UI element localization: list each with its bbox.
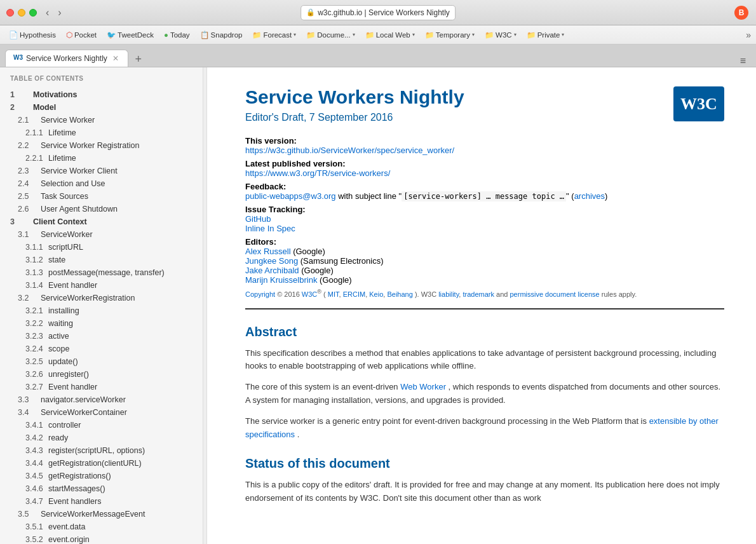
active-tab[interactable]: W3 Service Workers Nightly ✕ — [5, 50, 128, 67]
address-bar[interactable]: 🔒 w3c.github.io | Service Workers Nightl… — [300, 5, 456, 20]
toc-item-3-2-7[interactable]: 3.2.7 Event handler — [0, 381, 203, 393]
toc-text: register(scriptURL, options) — [48, 446, 192, 455]
toc-item-3-1-2[interactable]: 3.1.2 state — [0, 254, 203, 266]
toc-item-3-4-6[interactable]: 3.4.6 startMessages() — [0, 482, 203, 495]
liability-link[interactable]: liability — [438, 290, 459, 298]
toc-item-3-3[interactable]: 3.3 navigator.serviceWorker — [0, 393, 203, 406]
editor-jake-org: (Google) — [301, 266, 334, 275]
toc-item-3-1-3[interactable]: 3.1.3 postMessage(message, transfer) — [0, 266, 203, 279]
toc-item-3-4-5[interactable]: 3.4.5 getRegistrations() — [0, 470, 203, 482]
toc-item-3-2-4[interactable]: 3.2.4 scope — [0, 343, 203, 355]
bookmark-hypothesis[interactable]: 📄 Hypothesis — [5, 29, 60, 41]
editor-marijn-link[interactable]: Marijn Kruisselbrink — [245, 275, 317, 285]
copyright-link[interactable]: Copyright — [245, 290, 275, 298]
brave-icon: B — [734, 6, 748, 20]
maximize-button[interactable] — [29, 9, 37, 17]
issue-tracking-label: Issue Tracking: — [245, 205, 306, 214]
toc-item-3[interactable]: 3 Client Context — [0, 215, 203, 228]
toc-item-3-2-1[interactable]: 3.2.1 installing — [0, 304, 203, 317]
keio-link[interactable]: Keio — [369, 290, 383, 298]
toc-item-3-4-7[interactable]: 3.4.7 Event handlers — [0, 495, 203, 508]
feedback-label: Feedback: — [245, 182, 286, 191]
bookmark-today[interactable]: ● Today — [160, 30, 194, 40]
toc-number: 3.2.3 — [25, 332, 43, 341]
toc-text: active — [48, 332, 192, 341]
this-version-section: This version: https://w3c.github.io/Serv… — [245, 136, 724, 155]
toc-item-3-1-4[interactable]: 3.1.4 Event handler — [0, 279, 203, 292]
toc-item-3-2-2[interactable]: 3.2.2 waiting — [0, 317, 203, 330]
toc-item-2-2[interactable]: 2.2 Service Worker Registration — [0, 139, 203, 152]
inline-spec-link[interactable]: Inline In Spec — [245, 224, 295, 233]
toc-item-3-2[interactable]: 3.2 ServiceWorkerRegistration — [0, 292, 203, 304]
bookmark-temporary[interactable]: 📁 Temporary ▾ — [421, 29, 478, 41]
editor-alex-link[interactable]: Alex Russell — [245, 247, 291, 256]
minimize-button[interactable] — [18, 9, 25, 17]
toc-item-2-1[interactable]: 2.1 Service Worker — [0, 114, 203, 126]
feedback-email-link[interactable]: public-webapps@w3.org — [245, 191, 336, 201]
toc-item-2-4[interactable]: 2.4 Selection and Use — [0, 177, 203, 190]
toc-number: 1 — [10, 90, 28, 99]
more-bookmarks-button[interactable]: » — [746, 30, 751, 40]
toc-text: ServiceWorkerContainer — [41, 408, 192, 417]
toc-item-3-2-5[interactable]: 3.2.5 update() — [0, 355, 203, 368]
toc-item-2-1-1[interactable]: 2.1.1 Lifetime — [0, 126, 203, 139]
toc-item-2-3[interactable]: 2.3 Service Worker Client — [0, 165, 203, 177]
browser-menu-button[interactable]: ≡ — [740, 55, 746, 67]
toc-item-3-5[interactable]: 3.5 ServiceWorkerMessageEvent — [0, 508, 203, 520]
latest-version-link[interactable]: https://www.w3.org/TR/service-workers/ — [245, 168, 390, 178]
toc-item-3-4-2[interactable]: 3.4.2 ready — [0, 432, 203, 444]
toc-item-3-5-2[interactable]: 3.5.2 event.origin — [0, 533, 203, 544]
toc-item-2-2-1[interactable]: 2.2.1 Lifetime — [0, 152, 203, 165]
toc-text: ServiceWorker — [41, 230, 192, 239]
github-link[interactable]: GitHub — [245, 214, 271, 224]
trademark-link[interactable]: trademark — [462, 290, 494, 298]
today-label: Today — [170, 31, 190, 39]
temporary-label: Temporary — [436, 31, 470, 39]
bookmark-tweetdeck[interactable]: 🐦 TweetDeck — [103, 29, 158, 41]
bookmark-private[interactable]: 📁 Private ▾ — [523, 29, 569, 41]
toc-text: Selection and Use — [41, 179, 192, 188]
bookmark-w3c[interactable]: 📁 W3C ▾ — [481, 29, 520, 41]
toc-text: state — [48, 255, 192, 264]
bookmark-pocket[interactable]: ⬡ Pocket — [62, 29, 100, 41]
toc-item-3-1[interactable]: 3.1 ServiceWorker — [0, 228, 203, 241]
abstract-text-3: The service worker is a generic entry po… — [245, 415, 724, 442]
tab-close-button[interactable]: ✕ — [111, 54, 120, 63]
forward-button[interactable]: › — [55, 6, 64, 20]
toc-item-2-6[interactable]: 2.6 User Agent Shutdown — [0, 203, 203, 215]
editor-jungkee-link[interactable]: Jungkee Song — [245, 256, 298, 266]
mit-link[interactable]: MIT — [328, 290, 339, 298]
bookmark-localweb[interactable]: 📁 Local Web ▾ — [361, 29, 419, 41]
toc-item-3-4[interactable]: 3.4 ServiceWorkerContainer — [0, 406, 203, 419]
this-version-label: This version: — [245, 136, 297, 146]
w3c-link[interactable]: W3C — [302, 290, 317, 298]
toc-number: 2.4 — [18, 179, 36, 188]
folder-icon-forecast: 📁 — [252, 31, 261, 39]
toc-item-3-4-1[interactable]: 3.4.1 controller — [0, 419, 203, 432]
toc-item-3-4-3[interactable]: 3.4.3 register(scriptURL, options) — [0, 444, 203, 457]
toc-item-3-4-4[interactable]: 3.4.4 getRegistration(clientURL) — [0, 457, 203, 470]
editor-jake-link[interactable]: Jake Archibald — [245, 266, 299, 275]
web-worker-link[interactable]: Web Worker — [400, 382, 446, 391]
toc-item-1[interactable]: 1 Motivations — [0, 88, 203, 101]
toc-text: Event handler — [48, 383, 192, 391]
toc-item-3-5-1[interactable]: 3.5.1 event.data — [0, 520, 203, 533]
this-version-link[interactable]: https://w3c.github.io/ServiceWorker/spec… — [245, 146, 454, 155]
toc-item-3-2-3[interactable]: 3.2.3 active — [0, 330, 203, 343]
beihang-link[interactable]: Beihang — [387, 290, 412, 298]
latest-version-section: Latest published version: https://www.w3… — [245, 159, 724, 178]
toc-item-2-5[interactable]: 2.5 Task Sources — [0, 190, 203, 203]
back-button[interactable]: ‹ — [43, 6, 51, 20]
bookmark-snapdrop[interactable]: 📋 Snapdrop — [196, 29, 246, 41]
toc-item-3-1-1[interactable]: 3.1.1 scriptURL — [0, 241, 203, 254]
archives-link[interactable]: archives — [574, 191, 605, 201]
permissive-link[interactable]: permissive document license — [510, 290, 600, 298]
toc-number: 3.4 — [18, 408, 36, 417]
toc-item-3-2-6[interactable]: 3.2.6 unregister() — [0, 368, 203, 381]
bookmark-docume[interactable]: 📁 Docume... ▾ — [302, 29, 358, 41]
close-button[interactable] — [6, 9, 14, 17]
toc-item-2[interactable]: 2 Model — [0, 101, 203, 114]
bookmark-forecast[interactable]: 📁 Forecast ▾ — [248, 29, 300, 41]
ercim-link[interactable]: ERCIM — [343, 290, 365, 298]
new-tab-button[interactable]: + — [131, 51, 146, 67]
